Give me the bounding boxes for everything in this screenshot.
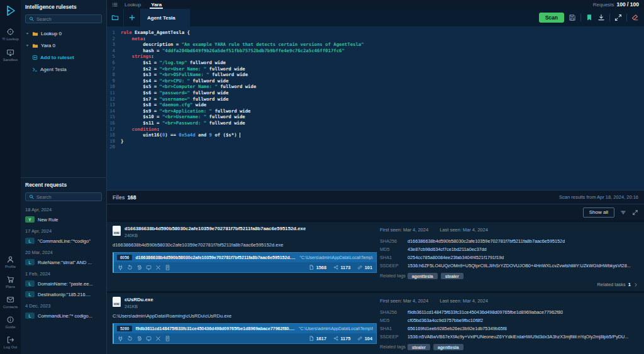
- code-line: 9 $s4 = "<br>CPU: " fullword wide: [107, 78, 644, 84]
- process-stat[interactable]: 1175: [333, 336, 350, 341]
- rail-item-profile[interactable]: Profile: [5, 255, 16, 268]
- process-stat[interactable]: 101: [357, 265, 372, 270]
- requests-value: 100 / 100: [617, 1, 639, 8]
- tree-node-label: Add to ruleset: [40, 55, 74, 60]
- code-line: 17 condition:: [107, 126, 644, 133]
- line-text: description = "An example YARA rule that…: [121, 41, 364, 48]
- rail-item-contacts[interactable]: Contacts: [3, 296, 18, 309]
- tag-badge[interactable]: stealer: [408, 344, 430, 350]
- process-pid-badge: 5260: [117, 326, 132, 331]
- code-line: 13 $s8 = "daemon.cfg" wide: [107, 102, 644, 108]
- redo-icon[interactable]: [127, 336, 133, 341]
- rail-item-plans[interactable]: Plans: [6, 275, 15, 289]
- save-icon[interactable]: [569, 14, 576, 21]
- recent-request-item[interactable]: YNew Rule: [25, 215, 102, 224]
- line-number: 9: [107, 78, 121, 84]
- rail-item-ti-lookup[interactable]: TI Lookup: [2, 28, 19, 41]
- rail-item-log-out[interactable]: Log Out: [4, 336, 17, 349]
- tree-node-lookup-0[interactable]: Lookup 0: [25, 29, 102, 38]
- hash-label: SHA256: [380, 238, 408, 244]
- file-entry: EXEd166386638b4d590b58030c2afe10359e7027…: [107, 222, 644, 291]
- line-number: 1: [107, 30, 121, 36]
- rulesets-search[interactable]: [25, 14, 102, 23]
- recent-request-item[interactable]: L"CommandLine:"*codigo": [25, 236, 102, 245]
- plug-icon[interactable]: [118, 336, 123, 341]
- line-number: 7: [107, 66, 121, 72]
- open-ruleset-button[interactable]: [107, 9, 124, 26]
- yara-code-editor[interactable]: 1rule Example_AgentTesla {2 meta:3 descr…: [107, 26, 644, 190]
- download-icon[interactable]: [597, 14, 605, 21]
- hash-label: SHA256: [380, 309, 408, 315]
- related-tasks-link[interactable]: Related tasks1: [380, 282, 638, 287]
- rulesets-search-input[interactable]: [36, 16, 98, 22]
- app-logo-icon[interactable]: [4, 4, 18, 18]
- hash-row: SSDEEP1536:n5VABwVB67eXfAc9y+VxtPUNeoneu…: [380, 334, 638, 340]
- hash-label: MD5: [380, 318, 408, 323]
- rail-item-label: Profile: [5, 265, 16, 268]
- tag-badge[interactable]: stealer: [441, 273, 464, 279]
- process-row[interactable]: 6056d166386638b4d590b58030c2afe10359e702…: [113, 252, 377, 273]
- mail-icon: [6, 296, 14, 304]
- print-icon[interactable]: [136, 336, 142, 341]
- requests-label: Requests: [593, 2, 614, 8]
- bookmark-icon[interactable]: [586, 14, 593, 21]
- scan-button[interactable]: Scan: [539, 13, 564, 23]
- screen-icon[interactable]: [146, 265, 152, 270]
- tags-list: stealeragenttesla: [408, 344, 464, 350]
- exe-file-icon: EXE: [113, 297, 121, 307]
- tree-node-agent-tesla[interactable]: Agent Tesla: [25, 65, 102, 74]
- recent-request-item[interactable]: LDomainName: "paste.ee...: [25, 279, 102, 288]
- tree-node-label: Agent Tesla: [40, 67, 67, 72]
- show-all-button[interactable]: Show all: [583, 207, 614, 218]
- recent-search-input[interactable]: [36, 194, 98, 200]
- menu-list-icon[interactable]: [112, 2, 118, 8]
- process-stat[interactable]: 1568: [309, 265, 326, 270]
- tag-badge[interactable]: agenttesla: [433, 344, 464, 350]
- recent-search[interactable]: [25, 192, 102, 201]
- tab-agent-tesla[interactable]: Agent Tesla: [141, 9, 190, 26]
- request-type-badge: L: [25, 291, 35, 297]
- tools-icon[interactable]: [155, 336, 161, 341]
- editor-tabstrip: Agent Tesla Scan: [107, 9, 644, 26]
- tools-icon[interactable]: [155, 265, 161, 270]
- rail-item-label: Log Out: [4, 345, 17, 349]
- recent-group-date: 18 Apr, 2024: [25, 207, 102, 213]
- report-icon[interactable]: [165, 265, 170, 270]
- line-text: $s3 = "<br>OSFullName: " fullword wide: [121, 72, 248, 78]
- screen-icon[interactable]: [146, 336, 152, 341]
- rail-item-label: Plans: [6, 285, 15, 289]
- hash-label: SHA1: [380, 255, 408, 260]
- process-stat[interactable]: 104: [357, 336, 372, 341]
- eraser-icon[interactable]: [631, 14, 639, 21]
- tree-node-yara-0[interactable]: Yara 0: [25, 41, 102, 50]
- main-area: LookupYara Requests100 / 100 Agent Tesla…: [107, 0, 644, 354]
- filter-icon[interactable]: [620, 209, 626, 216]
- expand-icon[interactable]: [614, 14, 622, 21]
- code-line: 7 $s2 = "<br>User Name: " fullword wide: [107, 66, 644, 72]
- redo-icon[interactable]: [127, 265, 133, 270]
- code-line: 2 meta:: [107, 36, 644, 42]
- recent-request-item[interactable]: LRuleName:"strrat" AND ...: [25, 258, 102, 267]
- process-stat[interactable]: 1173: [333, 265, 350, 270]
- recent-requests-list: 18 Apr, 2024YNew Rule17 Apr, 2024L"Comma…: [25, 207, 102, 320]
- related-tasks-count: 1: [628, 282, 631, 287]
- tag-badge[interactable]: agenttesla: [408, 273, 438, 279]
- resize-icon[interactable]: [632, 209, 638, 216]
- process-stat[interactable]: 1617: [309, 336, 326, 341]
- toolbar-divider: [580, 14, 581, 21]
- target-icon: [6, 28, 14, 36]
- rail-item-guide[interactable]: Guide: [5, 316, 15, 329]
- mode-tab-yara[interactable]: Yara: [150, 0, 163, 9]
- tree-node-add-to-ruleset[interactable]: Add to ruleset: [25, 53, 102, 62]
- recent-request-item[interactable]: LDestinationIp:"185.216....: [25, 290, 102, 299]
- process-row[interactable]: 5260f9db3611cd148475f633fc31ce450436d498…: [113, 323, 377, 344]
- folder-open-icon: [111, 14, 119, 21]
- rail-item-sandbox[interactable]: Sandbox: [2, 48, 19, 62]
- new-tab-button[interactable]: [124, 9, 141, 26]
- line-text: meta:: [121, 36, 146, 42]
- recent-request-item[interactable]: LCommandLine:"* codigo...: [25, 311, 102, 320]
- report-icon[interactable]: [165, 336, 170, 341]
- print-icon[interactable]: [136, 265, 142, 270]
- mode-tab-lookup[interactable]: Lookup: [123, 0, 142, 9]
- plug-icon[interactable]: [118, 265, 123, 270]
